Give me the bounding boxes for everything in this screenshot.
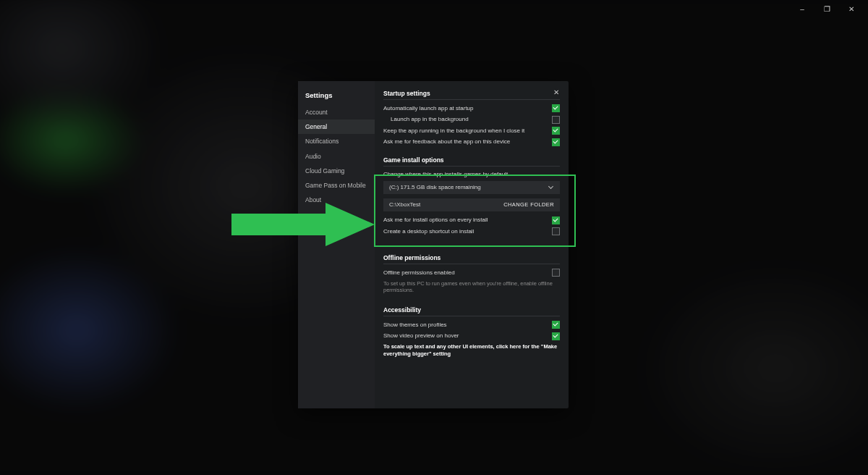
- drive-select-value: (C:) 171.5 GB disk space remaining: [389, 184, 481, 190]
- checkbox-video-preview[interactable]: [552, 332, 560, 340]
- checkbox-launch-bg[interactable]: [552, 116, 560, 124]
- row-keep-running: Keep the app running in the background w…: [383, 127, 560, 135]
- change-folder-button[interactable]: CHANGE FOLDER: [503, 201, 554, 208]
- chevron-down-icon: [548, 185, 554, 190]
- window-maximize-button[interactable]: ❐: [820, 2, 833, 15]
- sidebar-item-general[interactable]: General: [298, 119, 375, 134]
- sidebar-item-notifications[interactable]: Notifications: [298, 134, 375, 148]
- checkbox-ask-every[interactable]: [552, 217, 560, 224]
- label-video-preview: Show video preview on hover: [383, 332, 459, 340]
- label-install-desc: Change where this app installs games by …: [383, 171, 560, 177]
- label-keep-running: Keep the app running in the background w…: [383, 127, 524, 135]
- label-launch-bg: Launch app in the background: [383, 116, 469, 123]
- section-heading-accessibility: Accessibility: [383, 306, 560, 314]
- checkbox-offline-enabled[interactable]: [552, 269, 560, 277]
- divider: [383, 264, 560, 264]
- row-offline-enabled: Offline permissions enabled: [383, 269, 560, 277]
- row-shortcut: Create a desktop shortcut on install: [383, 227, 560, 235]
- window-minimize-button[interactable]: –: [796, 2, 809, 15]
- divider: [383, 99, 560, 100]
- dialog-close-button[interactable]: ✕: [551, 87, 561, 97]
- settings-dialog: Settings Account General Notifications A…: [298, 81, 569, 408]
- settings-content: ✕ Startup settings Automatically launch …: [375, 81, 569, 408]
- folder-path-value: C:\XboxTest: [389, 201, 420, 208]
- label-auto-launch: Automatically launch app at startup: [383, 105, 474, 112]
- settings-sidebar: Settings Account General Notifications A…: [298, 81, 375, 408]
- sidebar-item-cloud-gaming[interactable]: Cloud Gaming: [298, 164, 375, 178]
- checkbox-show-themes[interactable]: [552, 321, 560, 329]
- section-heading-install: Game install options: [383, 156, 560, 164]
- sidebar-item-about[interactable]: About: [298, 193, 375, 207]
- sidebar-item-game-pass-mobile[interactable]: Game Pass on Mobile: [298, 178, 375, 193]
- checkbox-feedback[interactable]: [552, 138, 560, 146]
- section-heading-offline: Offline permissions: [383, 254, 560, 261]
- row-ask-every: Ask me for install options on every inst…: [383, 217, 560, 224]
- row-feedback: Ask me for feedback about the app on thi…: [383, 138, 560, 146]
- label-ask-every: Ask me for install options on every inst…: [383, 217, 488, 224]
- label-shortcut: Create a desktop shortcut on install: [383, 228, 474, 235]
- row-launch-bg: Launch app in the background: [383, 116, 560, 124]
- checkbox-keep-running[interactable]: [552, 127, 560, 135]
- label-scale-text[interactable]: To scale up text and any other UI elemen…: [383, 343, 560, 358]
- checkbox-auto-launch[interactable]: [552, 104, 560, 112]
- row-show-themes: Show themes on profiles: [383, 321, 560, 329]
- label-feedback: Ask me for feedback about the app on thi…: [383, 138, 510, 146]
- window-close-button[interactable]: ✕: [845, 2, 858, 15]
- section-heading-startup: Startup settings: [383, 90, 560, 97]
- divider: [383, 316, 560, 316]
- row-offline-help: To set up this PC to run games even when…: [383, 280, 560, 294]
- checkbox-shortcut[interactable]: [552, 227, 560, 235]
- label-offline-help: To set up this PC to run games even when…: [383, 280, 560, 294]
- row-auto-launch: Automatically launch app at startup: [383, 104, 560, 112]
- settings-title: Settings: [298, 88, 375, 105]
- folder-path-row: C:\XboxTest CHANGE FOLDER: [383, 198, 560, 211]
- sidebar-item-account[interactable]: Account: [298, 105, 375, 119]
- label-offline-enabled: Offline permissions enabled: [383, 269, 455, 277]
- row-video-preview: Show video preview on hover: [383, 332, 560, 340]
- drive-select-dropdown[interactable]: (C:) 171.5 GB disk space remaining: [383, 181, 560, 194]
- sidebar-item-audio[interactable]: Audio: [298, 149, 375, 164]
- label-show-themes: Show themes on profiles: [383, 321, 447, 329]
- divider: [383, 166, 560, 167]
- window-titlebar: – ❐ ✕: [796, 0, 868, 17]
